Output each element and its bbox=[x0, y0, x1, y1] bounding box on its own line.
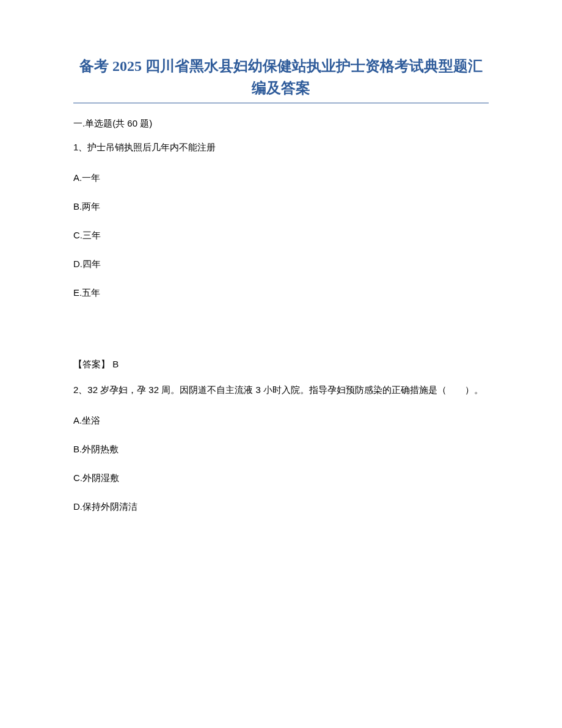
question-1-stem: 1、护士吊销执照后几年内不能注册 bbox=[73, 139, 489, 155]
question-1-option-a: A.一年 bbox=[73, 172, 489, 184]
question-2-option-a: A.坐浴 bbox=[73, 415, 489, 427]
question-1-answer: 【答案】 B bbox=[73, 359, 489, 370]
document-page: 备考 2025 四川省黑水县妇幼保健站执业护士资格考试典型题汇编及答案 一.单选… bbox=[0, 0, 562, 567]
question-2-option-c: C.外阴湿敷 bbox=[73, 472, 489, 484]
section-heading: 一.单选题(共 60 题) bbox=[73, 118, 489, 130]
spacer bbox=[73, 316, 489, 359]
document-title: 备考 2025 四川省黑水县妇幼保健站执业护士资格考试典型题汇编及答案 bbox=[73, 55, 489, 103]
question-2-option-d: D.保持外阴清洁 bbox=[73, 501, 489, 513]
question-1-option-b: B.两年 bbox=[73, 201, 489, 213]
question-1-option-c: C.三年 bbox=[73, 230, 489, 241]
question-1-option-e: E.五年 bbox=[73, 287, 489, 299]
question-2-option-b: B.外阴热敷 bbox=[73, 444, 489, 455]
question-1-option-d: D.四年 bbox=[73, 259, 489, 270]
question-2-stem: 2、32 岁孕妇，孕 32 周。因阴道不自主流液 3 小时入院。指导孕妇预防感染… bbox=[73, 381, 489, 398]
